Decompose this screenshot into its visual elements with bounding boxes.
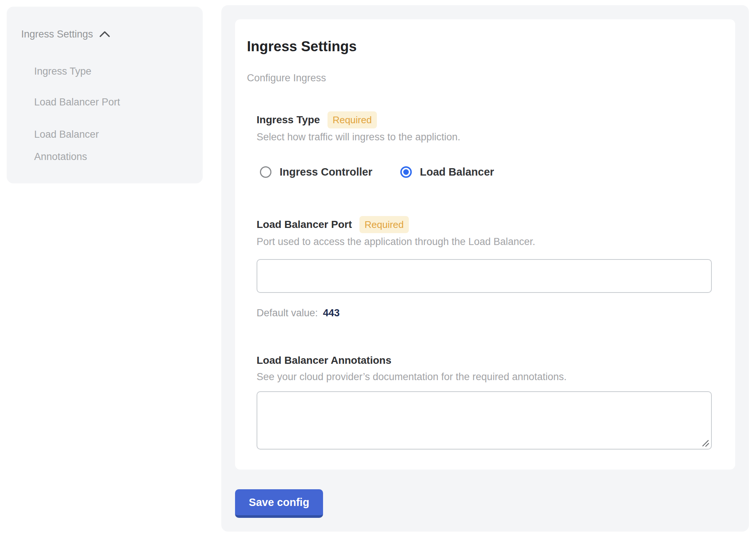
section-load-balancer-port: Load Balancer Port Required Port used to… [257,216,712,320]
radio-label: Load Balancer [420,166,494,178]
ingress-settings-card: Ingress Settings Configure Ingress Ingre… [235,19,735,470]
load-balancer-port-input[interactable] [257,259,712,293]
required-badge: Required [328,111,377,128]
page-subtitle: Configure Ingress [247,71,712,85]
resize-handle-icon[interactable] [701,439,710,448]
required-badge: Required [359,216,409,233]
default-value-number: 443 [323,307,340,318]
section-ingress-type: Ingress Type Required Select how traffic… [257,111,712,178]
section-description: Port used to access the application thro… [257,235,712,248]
load-balancer-annotations-textarea[interactable] [257,391,712,450]
save-config-button[interactable]: Save config [235,489,323,518]
config-panel: Ingress Settings Configure Ingress Ingre… [221,5,749,532]
ingress-type-radio-group: Ingress Controller Load Balancer [257,166,712,178]
radio-ingress-controller[interactable]: Ingress Controller [257,166,372,178]
section-heading: Load Balancer Annotations [257,353,391,368]
chevron-up-icon [99,31,110,37]
default-value-label: Default value: [257,307,318,318]
page-title: Ingress Settings [247,38,712,55]
sidebar-item-load-balancer-port[interactable]: Load Balancer Port [34,91,153,113]
section-description: See your cloud provider’s documentation … [257,370,712,383]
settings-nav-sidebar: Ingress Settings Ingress Type Load Balan… [7,7,203,183]
radio-label: Ingress Controller [280,166,372,178]
sidebar-item-load-balancer-annotations[interactable]: Load Balancer Annotations [34,123,153,168]
sidebar-item-list: Ingress Type Load Balancer Port Load Bal… [34,60,192,168]
radio-dot [403,169,409,175]
section-description: Select how traffic will ingress to the a… [257,130,712,144]
section-heading: Load Balancer Port [257,217,352,232]
section-heading: Ingress Type [257,112,320,128]
radio-selected-icon[interactable] [400,166,412,178]
sidebar-item-ingress-type[interactable]: Ingress Type [34,60,153,82]
default-value-line: Default value: 443 [257,306,712,320]
radio-load-balancer[interactable]: Load Balancer [397,166,494,178]
radio-unselected-icon[interactable] [260,166,271,178]
sidebar-group-ingress-settings[interactable]: Ingress Settings [21,23,192,45]
section-load-balancer-annotations: Load Balancer Annotations See your cloud… [257,353,712,450]
sidebar-group-label: Ingress Settings [21,23,93,45]
